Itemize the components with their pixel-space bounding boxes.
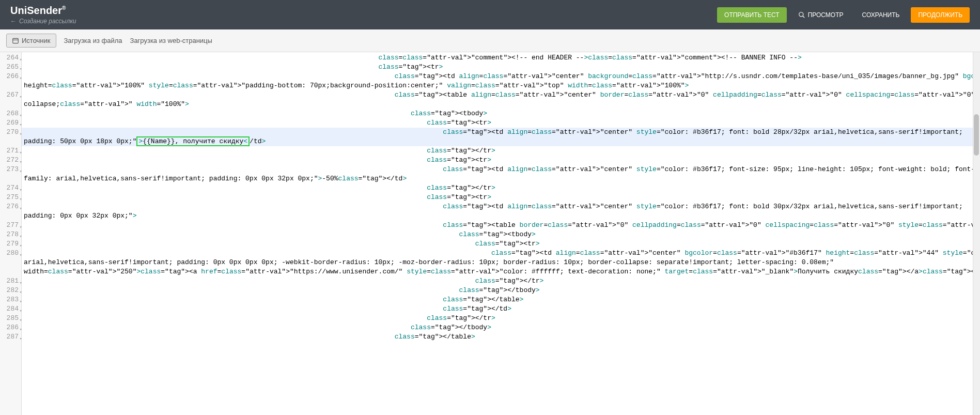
scrollbar-thumb[interactable] (974, 114, 979, 156)
code-line[interactable]: padding: 0px 0px 32px 0px;"> (22, 211, 980, 221)
back-arrow-icon: ← (10, 18, 17, 25)
gutter-line: 283▾ (0, 295, 21, 304)
code-line[interactable]: class="tag"><tbody> (22, 109, 980, 118)
code-line[interactable]: class="tag"><td align=class="attr-val">"… (22, 249, 980, 258)
load-file-link[interactable]: Загрузка из файла (64, 37, 122, 44)
code-line[interactable]: class="tag"><table border=class="attr-va… (22, 221, 980, 230)
send-test-button[interactable]: ОТПРАВИТЬ ТЕСТ (717, 7, 787, 23)
source-button[interactable]: Источник (6, 34, 56, 48)
logo-reg: ® (62, 5, 66, 11)
gutter-line: 266▾ (0, 72, 21, 81)
continue-label: ПРОДОЛЖИТЬ (918, 11, 962, 19)
preview-label: ПРОСМОТР (808, 11, 844, 19)
svg-rect-2 (13, 38, 19, 43)
logo-text: UniSender (10, 5, 62, 16)
code-editor: 264▾265▾266▾267▾268▾269▾270▾271▾272▾273▾… (0, 52, 980, 415)
gutter-line (0, 81, 21, 90)
app-header: UniSender® ← Создание рассылки ОТПРАВИТЬ… (0, 0, 980, 29)
gutter-line: 265▾ (0, 63, 21, 72)
code-line[interactable]: class="tag"><tr> (22, 156, 980, 165)
gutter-line: 269▾ (0, 118, 21, 128)
gutter-line: 287▾ (0, 332, 21, 342)
svg-point-0 (799, 12, 803, 16)
gutter-line: 268▾ (0, 109, 21, 118)
code-line[interactable]: height=class="attr-val">"100%" style=cla… (22, 81, 980, 90)
code-line[interactable]: class="tag"><table align=class="attr-val… (22, 90, 980, 100)
gutter-line (0, 267, 21, 276)
code-line[interactable]: class="tag"><tr> (22, 118, 980, 128)
save-button[interactable]: СОХРАНИТЬ (855, 7, 907, 23)
gutter-line: 285▾ (0, 314, 21, 323)
code-line[interactable]: arial,helvetica,sans-serif!important; pa… (22, 258, 980, 267)
code-line[interactable]: class="tag"></tr> (22, 146, 980, 156)
magnify-icon (798, 11, 805, 19)
code-line[interactable]: class=class="attr-val">"comment"><!-- en… (22, 53, 980, 63)
code-line[interactable]: class="tag"></table> (22, 332, 980, 342)
gutter-line (0, 258, 21, 267)
preview-button[interactable]: ПРОСМОТР (791, 7, 851, 23)
code-line[interactable]: class="tag"></table> (22, 295, 980, 304)
code-line[interactable]: class="tag"><tr> (22, 63, 980, 72)
code-area[interactable]: class=class="attr-val">"comment"><!-- en… (22, 52, 980, 415)
gutter-line: 282▾ (0, 286, 21, 295)
load-web-link[interactable]: Загрузка из web-страницы (130, 37, 212, 44)
code-line[interactable]: class="tag"></td> (22, 304, 980, 314)
code-line[interactable]: class="tag"></tbody> (22, 286, 980, 295)
save-label: СОХРАНИТЬ (862, 11, 900, 19)
code-line[interactable]: class="tag"><tr> (22, 193, 980, 202)
line-gutter: 264▾265▾266▾267▾268▾269▾270▾271▾272▾273▾… (0, 52, 22, 415)
code-line[interactable]: family: arial,helvetica,sans-serif!impor… (22, 174, 980, 183)
editor-toolbar: Источник Загрузка из файла Загрузка из w… (0, 29, 980, 52)
gutter-line: 276▾ (0, 202, 21, 211)
code-line[interactable]: class="tag"><td align=class="attr-val">"… (22, 128, 980, 137)
gutter-line: 277▾ (0, 221, 21, 230)
code-line[interactable]: class="tag"><td align=class="attr-val">"… (22, 72, 980, 81)
gutter-line: 271▾ (0, 146, 21, 156)
header-actions: ОТПРАВИТЬ ТЕСТ ПРОСМОТР СОХРАНИТЬ ПРОДОЛ… (717, 7, 970, 23)
gutter-line: 280▾ (0, 249, 21, 258)
send-test-label: ОТПРАВИТЬ ТЕСТ (724, 11, 780, 19)
code-line[interactable]: class="tag"><td align=class="attr-val">"… (22, 202, 980, 211)
code-line[interactable]: class="tag"><td align=class="attr-val">"… (22, 165, 980, 174)
source-icon (12, 37, 19, 44)
header-left: UniSender® ← Создание рассылки (10, 5, 76, 25)
code-line[interactable]: class="tag"><tbody> (22, 230, 980, 239)
breadcrumb[interactable]: ← Создание рассылки (10, 18, 76, 25)
source-label: Источник (22, 37, 51, 44)
gutter-line (0, 174, 21, 183)
code-line[interactable]: class="tag"><tr> (22, 239, 980, 249)
gutter-line (0, 211, 21, 221)
gutter-line (0, 100, 21, 109)
code-line[interactable]: class="tag"></tr> (22, 276, 980, 286)
code-line[interactable]: collapse;class="attr-val">" width="100%"… (22, 100, 980, 109)
code-line[interactable]: padding: 50px 0px 18px 0px;">{{Name}}, п… (22, 137, 980, 146)
gutter-line: 273▾ (0, 165, 21, 174)
code-line[interactable]: width=class="attr-val">"250">class="tag"… (22, 267, 980, 276)
vertical-scrollbar[interactable] (973, 52, 980, 415)
code-line[interactable]: class="tag"></tr> (22, 314, 980, 323)
gutter-line: 281▾ (0, 276, 21, 286)
gutter-line: 267▾ (0, 90, 21, 100)
logo: UniSender® (10, 5, 76, 17)
gutter-line (0, 137, 21, 146)
code-line[interactable]: class="tag"></tr> (22, 183, 980, 193)
gutter-line: 279▾ (0, 239, 21, 249)
gutter-line: 264▾ (0, 53, 21, 63)
gutter-line: 275▾ (0, 193, 21, 202)
gutter-line: 270▾ (0, 128, 21, 137)
svg-line-1 (802, 16, 804, 18)
continue-button[interactable]: ПРОДОЛЖИТЬ (911, 7, 970, 23)
gutter-line: 286▾ (0, 323, 21, 332)
gutter-line: 272▾ (0, 156, 21, 165)
gutter-line: 284▾ (0, 304, 21, 314)
gutter-line: 274▾ (0, 183, 21, 193)
gutter-line: 278▾ (0, 230, 21, 239)
breadcrumb-text: Создание рассылки (19, 18, 76, 25)
code-line[interactable]: class="tag"></tbody> (22, 323, 980, 332)
